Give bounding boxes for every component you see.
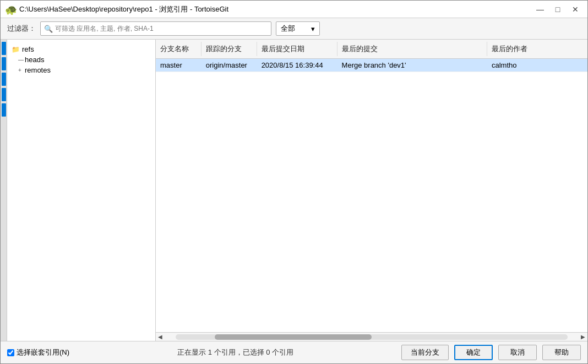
table-header: 分支名称 跟踪的分支 最后提交日期 最后的提交 最后的作者: [156, 40, 587, 59]
ok-button[interactable]: 确定: [454, 345, 493, 360]
cell-date: 2020/8/15 16:39:44: [257, 59, 337, 71]
main-content: 📁 refs — heads + remotes 分支名称 跟踪的分支 最后提交…: [1, 40, 587, 341]
close-button[interactable]: ✕: [568, 3, 583, 15]
cell-author: calmtho: [487, 59, 587, 71]
horizontal-scrollbar[interactable]: ◀ ▶: [156, 332, 587, 341]
strip-item: [2, 73, 6, 86]
search-input[interactable]: [55, 25, 268, 32]
filter-label: 过滤器：: [7, 24, 36, 34]
scrollbar-thumb[interactable]: [215, 334, 372, 340]
cell-branch: master: [156, 59, 202, 71]
nested-refs-checkbox[interactable]: [7, 349, 14, 356]
col-header-commit: 最后的提交: [337, 42, 487, 56]
bottom-bar: 选择嵌套引用(N) 正在显示 1 个引用，已选择 0 个引用 当前分支 确定 取…: [1, 341, 587, 363]
left-side: 📁 refs — heads + remotes: [1, 40, 156, 341]
window-controls: — □ ✕: [532, 3, 583, 15]
title-bar: 🐢 C:\Users\HaSee\Desktop\repository\repo…: [1, 1, 587, 18]
nested-refs-label: 选择嵌套引用(N): [17, 348, 69, 357]
app-icon: 🐢: [5, 4, 16, 15]
sidebar-remotes-label: remotes: [25, 66, 51, 74]
minimize-button[interactable]: —: [532, 3, 548, 15]
table-area: 分支名称 跟踪的分支 最后提交日期 最后的提交 最后的作者 master ori…: [156, 40, 587, 341]
cell-tracking: origin/master: [202, 59, 257, 71]
strip-item: [2, 88, 6, 101]
current-branch-button[interactable]: 当前分支: [401, 345, 449, 360]
cell-commit: Merge branch 'dev1': [337, 59, 487, 71]
sidebar-tree: 📁 refs — heads + remotes: [7, 40, 156, 341]
search-icon: 🔍: [44, 25, 53, 33]
sidebar-heads-label: heads: [25, 56, 44, 64]
cancel-button[interactable]: 取消: [498, 345, 537, 360]
expand-icon: +: [18, 67, 24, 73]
scrollbar-track[interactable]: [176, 334, 568, 340]
help-button[interactable]: 帮助: [542, 345, 581, 360]
sidebar-refs-label: refs: [22, 45, 34, 53]
table-body: master origin/master 2020/8/15 16:39:44 …: [156, 59, 587, 332]
col-header-branch: 分支名称: [156, 42, 202, 56]
strip-item: [2, 57, 6, 70]
sidebar-item-remotes[interactable]: + remotes: [9, 65, 153, 75]
left-strip: [1, 40, 7, 341]
toolbar: 过滤器： 🔍 全部 ▾: [1, 18, 587, 40]
checkbox-wrap: 选择嵌套引用(N): [7, 348, 69, 357]
col-header-date: 最后提交日期: [257, 42, 337, 56]
scroll-right-button[interactable]: ▶: [579, 333, 587, 341]
strip-item: [2, 42, 6, 55]
scroll-left-button[interactable]: ◀: [156, 333, 165, 341]
sidebar-item-heads[interactable]: — heads: [9, 54, 153, 65]
col-header-tracking: 跟踪的分支: [202, 42, 257, 56]
sidebar-item-refs[interactable]: 📁 refs: [9, 44, 153, 54]
col-header-author: 最后的作者: [487, 42, 587, 56]
folder-icon: 📁: [12, 46, 20, 53]
window-title: C:\Users\HaSee\Desktop\repository\repo1 …: [19, 4, 532, 14]
table-row[interactable]: master origin/master 2020/8/15 16:39:44 …: [156, 59, 587, 72]
filter-dropdown-value: 全部: [281, 24, 295, 34]
filter-dropdown[interactable]: 全部 ▾: [276, 21, 320, 36]
maximize-button[interactable]: □: [550, 3, 565, 15]
search-box: 🔍: [40, 21, 271, 36]
main-window: 🐢 C:\Users\HaSee\Desktop\repository\repo…: [0, 0, 588, 364]
strip-item: [2, 103, 6, 117]
status-text: 正在显示 1 个引用，已选择 0 个引用: [75, 348, 396, 357]
chevron-down-icon: ▾: [311, 25, 315, 33]
expand-icon: —: [18, 57, 24, 63]
